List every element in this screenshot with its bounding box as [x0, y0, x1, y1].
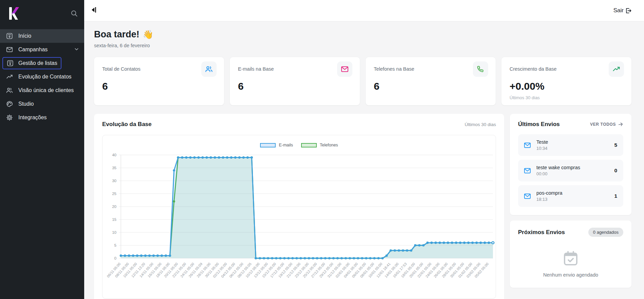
envelope-icon: [6, 46, 13, 53]
stat-card-total-contatos: Total de Contatos 6: [94, 57, 224, 105]
evolution-line-chart: 051015202530354006/11 05:0008/11 05:0010…: [103, 153, 495, 293]
emails-swatch: [260, 143, 276, 147]
logout-button[interactable]: Sair: [613, 7, 632, 14]
envio-count: 0: [614, 168, 617, 174]
logout-icon: [625, 7, 632, 14]
legend-label: E-mails: [279, 143, 293, 147]
stat-card-emails: E-mails na Base 6: [230, 57, 360, 105]
stat-card-telefones: Telefones na Base 6: [366, 57, 496, 105]
trending-up-icon: [6, 73, 13, 81]
svg-text:20: 20: [112, 205, 116, 209]
svg-text:30: 30: [112, 179, 116, 183]
stat-subtitle: Últimos 30 dias: [510, 95, 624, 100]
agendados-badge: 0 agendados: [588, 228, 623, 237]
svg-text:35: 35: [112, 166, 116, 170]
right-column: Últimos Envios VER TODOS Tes: [510, 114, 631, 288]
envio-row-teste[interactable]: Teste 10:34 5: [518, 134, 623, 156]
chart-title: Evolução da Base: [102, 121, 152, 128]
stat-label: Total de Contatos: [102, 66, 141, 72]
envelope-icon: [523, 141, 531, 149]
sidebar-item-label: Studio: [18, 101, 34, 107]
ultimos-envios-card: Últimos Envios VER TODOS Tes: [510, 114, 631, 215]
stat-label: Crescimento da Base: [510, 66, 557, 72]
envio-count: 5: [614, 142, 617, 148]
envio-time: 10:34: [536, 146, 548, 151]
ver-todos-link[interactable]: VER TODOS: [590, 122, 623, 127]
svg-text:0: 0: [114, 256, 116, 260]
chevron-down-icon[interactable]: [74, 46, 79, 53]
sidebar-item-evolucao-de-contatos[interactable]: Evolução de Contatos: [0, 70, 84, 84]
ver-todos-label: VER TODOS: [590, 122, 616, 127]
tray-arrow-down-icon: [6, 32, 13, 40]
arrow-right-icon: [618, 121, 624, 127]
logout-label: Sair: [613, 7, 624, 14]
topbar: Sair: [84, 0, 644, 21]
sidebar-collapse-icon[interactable]: [92, 7, 97, 14]
svg-text:5: 5: [114, 243, 116, 247]
chart-legend: E-mails Telefones: [103, 143, 496, 147]
sidebar-item-studio[interactable]: Studio: [0, 97, 84, 111]
search-icon[interactable]: [70, 10, 78, 19]
card-title: Próximos Envios: [518, 229, 565, 236]
stat-label: Telefones na Base: [374, 66, 414, 72]
sidebar-item-inicio[interactable]: Início: [0, 29, 84, 43]
sidebar-item-label: Integrações: [18, 115, 47, 121]
sidebar-item-integracoes[interactable]: Integrações: [0, 111, 84, 124]
envio-name: teste wake compras: [536, 165, 580, 170]
envio-time: 00:00: [536, 171, 580, 176]
sidebar: Início Campanhas: [0, 0, 84, 299]
envio-time: 18:13: [536, 197, 563, 202]
sidebar-item-label: Evolução de Contatos: [18, 74, 72, 80]
stat-card-crescimento: Crescimento da Base +0.00% Últimos 30 di…: [501, 57, 631, 105]
sidebar-item-campanhas[interactable]: Campanhas: [0, 43, 84, 56]
stat-value: +0.00%: [510, 81, 624, 92]
greeting-text: Boa tarde!: [94, 29, 140, 40]
chart-period: Últimos 30 dias: [465, 122, 496, 127]
envio-row-teste-wake-compras[interactable]: teste wake compras 00:00 0: [518, 160, 623, 181]
phone-icon: [473, 61, 488, 77]
sidebar-item-label: Início: [18, 33, 31, 39]
svg-text:10: 10: [112, 230, 116, 234]
sidebar-item-label: Campanhas: [18, 47, 48, 53]
legend-emails[interactable]: E-mails: [260, 143, 293, 147]
envelope-icon: [523, 167, 531, 175]
stat-value: 6: [374, 81, 488, 92]
people-icon: [201, 61, 217, 77]
sidebar-item-label: Gestão de listas: [18, 60, 57, 66]
envios-list: Teste 10:34 5 teste wake compras 00:00: [518, 134, 623, 207]
envelope-icon: [337, 61, 352, 77]
card-title: Últimos Envios: [518, 121, 560, 128]
envio-name: pos-compra: [536, 190, 563, 196]
legend-telefones[interactable]: Telefones: [301, 143, 338, 147]
stat-label: E-mails na Base: [238, 66, 274, 72]
sidebar-item-label: Visão única de clientes: [18, 87, 74, 93]
sidebar-nav: Início Campanhas: [0, 29, 84, 124]
people-icon: [6, 87, 13, 94]
svg-text:15: 15: [112, 217, 116, 222]
tray-arrow-down-icon: [6, 59, 14, 67]
app-logo[interactable]: [7, 6, 22, 21]
current-date: sexta-feira, 6 de fevereiro: [94, 43, 631, 48]
legend-label: Telefones: [320, 143, 338, 147]
envio-row-pos-compra[interactable]: pos-compra 18:13 1: [518, 185, 623, 207]
trending-up-icon: [609, 61, 624, 77]
empty-state-text: Nenhum envio agendado: [543, 272, 598, 278]
palette-icon: [6, 100, 13, 108]
proximos-envios-card: Próximos Envios 0 agendados Nenhum envio…: [510, 221, 631, 288]
chart-container: E-mails Telefones 051015202530354006/11 …: [102, 135, 496, 299]
gear-icon: [6, 114, 13, 121]
telefones-swatch: [301, 143, 317, 147]
evolution-chart-card: Evolução da Base Últimos 30 dias E-mails…: [94, 114, 504, 299]
wave-emoji: 👋: [143, 30, 153, 39]
main-content: Boa tarde! 👋 sexta-feira, 6 de fevereiro…: [84, 21, 644, 299]
calendar-check-icon: [562, 249, 580, 267]
envelope-icon: [523, 192, 531, 200]
envio-count: 1: [614, 193, 617, 199]
sidebar-item-gestao-de-listas[interactable]: Gestão de listas: [2, 57, 61, 69]
sidebar-item-visao-unica-de-clientes[interactable]: Visão única de clientes: [0, 84, 84, 97]
stat-value: 6: [102, 81, 217, 92]
page-title: Boa tarde! 👋: [94, 29, 631, 40]
svg-text:40: 40: [112, 153, 116, 157]
stat-cards: Total de Contatos 6 E-mails na Base: [94, 57, 631, 105]
envio-name: Teste: [536, 139, 548, 145]
